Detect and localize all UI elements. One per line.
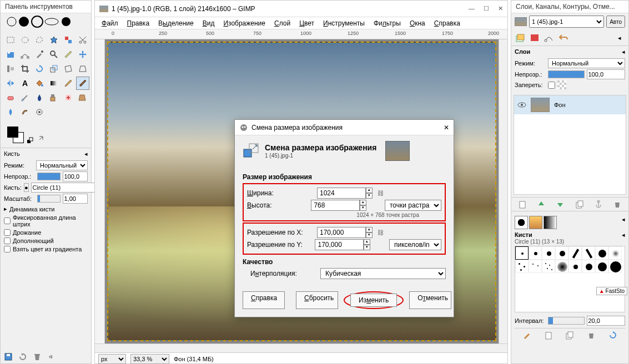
width-up[interactable]: ▴ [366,188,373,193]
pattern-swatch[interactable] [529,216,542,229]
layer-up-icon[interactable] [537,200,546,209]
menu-edit[interactable]: Правка [124,18,153,28]
brush-dup-icon[interactable] [565,331,574,340]
opacity-value[interactable] [63,171,88,181]
interval-value[interactable] [587,316,626,326]
layer-row[interactable]: Фон [514,95,626,114]
chk-gradient[interactable] [4,246,11,252]
maximize-button[interactable]: ☐ [484,5,489,12]
fg-color[interactable] [7,127,18,138]
tool-zoom[interactable] [47,48,61,61]
tool-heal[interactable] [62,91,75,104]
reset-icon[interactable] [47,352,56,361]
menu-tools[interactable]: Инструменты [320,18,368,28]
tool-airbrush[interactable] [18,91,32,104]
menu-windows[interactable]: Окна [406,18,429,28]
menu-filters[interactable]: Фильтры [370,18,404,28]
brush-grid[interactable] [515,246,625,312]
tab-undo[interactable] [558,32,569,43]
chk-fixed[interactable] [4,218,11,224]
menu-image[interactable]: Изображение [220,18,269,28]
tool-color-select[interactable] [62,33,75,47]
tool-free-select[interactable] [33,33,46,47]
menu-file[interactable]: Файл [98,18,122,28]
interp-select[interactable]: Кубическая [320,268,446,279]
brush-menu-icon[interactable]: ◂ [622,216,625,229]
delete-icon[interactable] [33,352,42,361]
layer-mode-select[interactable]: Нормальный [548,58,625,68]
scale-value[interactable] [63,194,88,204]
unit-res-select[interactable]: пикселов/in [389,239,441,250]
tab-layers[interactable] [515,32,526,43]
menu-help[interactable]: Справка [431,18,464,28]
tool-measure[interactable] [62,48,75,61]
unit-size-select[interactable]: точки растра [385,200,441,211]
layer-dup-icon[interactable] [575,200,584,209]
faststone-badge[interactable]: ▲FastSto [596,287,627,295]
layer-name[interactable]: Фон [554,102,566,108]
tool-crop[interactable] [18,62,32,75]
opacity-slider[interactable] [37,173,61,180]
lock-pixels[interactable] [548,82,555,89]
tool-eraser[interactable] [4,91,17,104]
tool-scissors[interactable] [76,33,89,47]
tab-paths[interactable] [544,32,555,43]
tool-color-picker[interactable] [33,48,46,61]
layer-opacity-value[interactable] [587,69,626,79]
brush-refresh-icon[interactable] [608,331,617,340]
scale-slider[interactable] [37,195,61,203]
collapse-icon[interactable]: ◂ [84,150,88,159]
tool-rotate[interactable] [33,62,46,75]
swap-reset-icons[interactable] [26,134,48,145]
tool-paintbrush[interactable] [76,77,89,90]
tool-move[interactable] [76,48,89,61]
resx-up[interactable]: ▴ [366,227,373,232]
height-down[interactable]: ▾ [360,205,366,211]
width-down[interactable]: ▾ [366,193,373,199]
reset-button[interactable]: Сбросить [296,291,338,309]
interval-slider[interactable] [548,317,585,325]
scrollbar-h[interactable] [95,343,507,352]
layers-menu-icon[interactable]: ◂ [622,48,625,57]
tool-paths[interactable] [18,48,32,61]
auto-button[interactable]: Авто [606,16,625,28]
tool-perspective-clone[interactable] [76,91,89,104]
gradient-swatch[interactable] [544,216,557,229]
link-res-icon[interactable]: ⛓ [376,229,385,236]
zoom-select[interactable]: 33,3 % [130,354,169,364]
tool-fuzzy-select[interactable] [47,33,61,47]
ruler-vertical[interactable] [95,39,105,343]
height-up[interactable]: ▴ [360,200,366,205]
menu-select[interactable]: Выделение [155,18,197,28]
tool-clone[interactable] [47,91,61,104]
tool-text[interactable]: A [18,77,32,90]
resx-input[interactable] [317,227,366,238]
resy-down[interactable]: ▾ [364,245,370,250]
dynamics-label[interactable]: Динамика кисти [9,206,54,213]
brush-preview[interactable]: ● [24,183,29,192]
layer-opacity-slider[interactable] [548,70,585,78]
tool-gradient[interactable] [47,77,61,90]
brushes-collapse-icon[interactable]: ◂ [622,231,625,239]
scrollbar-v[interactable] [499,39,507,343]
height-input[interactable] [311,200,360,211]
revert-icon[interactable] [18,352,27,361]
tool-ellipse-select[interactable] [18,33,32,47]
image-select[interactable]: 1 (45).jpg-1 [529,16,604,28]
ruler-horizontal[interactable]: 0 250 500 750 1000 1250 1500 1750 2000 [95,29,507,39]
tool-shear[interactable] [62,62,75,75]
tool-foreground[interactable] [4,48,17,61]
tool-ink[interactable] [33,91,46,104]
brush-delete-icon[interactable] [587,331,596,340]
help-button[interactable]: Справка [243,291,285,309]
menu-color[interactable]: Цвет [296,18,318,28]
tab-menu-icon[interactable]: ◂ [614,32,625,43]
tool-align[interactable] [4,62,17,75]
layer-new-icon[interactable] [518,200,527,209]
menu-layer[interactable]: Слой [271,18,294,28]
tool-rect-select[interactable] [4,33,17,47]
menu-view[interactable]: Вид [199,18,218,28]
apply-button[interactable]: Изменить [350,294,397,307]
minimize-button[interactable]: — [469,5,475,12]
layer-down-icon[interactable] [556,200,565,209]
